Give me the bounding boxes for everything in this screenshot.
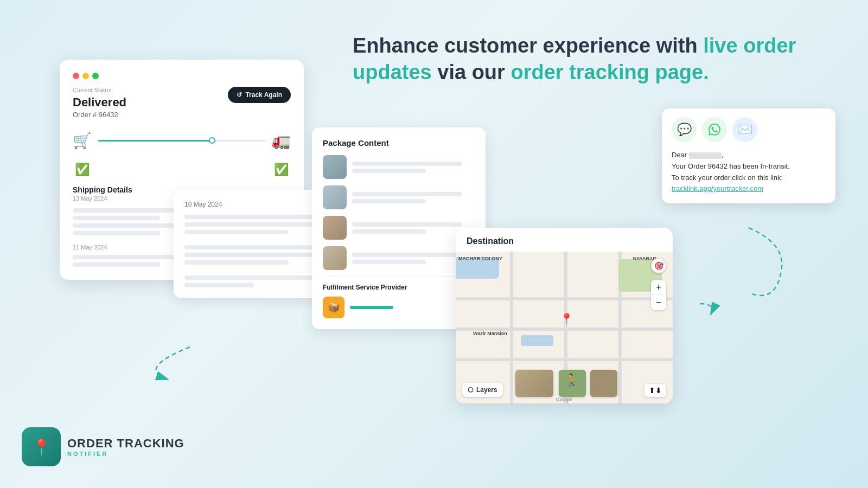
map-zoom-controls: + −: [651, 280, 666, 310]
notification-text: Dear , Your Order 96432 has been In-tran…: [672, 150, 826, 195]
location-btn[interactable]: 🎯: [651, 258, 666, 273]
close-dot: [73, 73, 79, 79]
destination-card: Destination MACHAR COLONY NAYABAD Wazir …: [456, 228, 673, 403]
shimmer-line: [73, 262, 160, 267]
map-water: [521, 335, 553, 346]
fulfillment-section: Fulfilment Service Provider 📦: [323, 277, 475, 318]
minimize-dot: [82, 73, 89, 79]
fulfillment-logo: 📦: [323, 297, 344, 318]
headline-highlight2: updates: [353, 61, 432, 84]
track-again-button[interactable]: ↺ Track Again: [228, 87, 291, 103]
item-image: [323, 216, 347, 240]
shimmer-line: [352, 260, 426, 264]
shimmer-line: [184, 283, 254, 287]
fulfillment-row: 📦: [323, 297, 475, 318]
notification-message: Your Order 96432 has been In-transit.: [672, 162, 790, 170]
expand-button[interactable]: ⬆⬇: [644, 384, 666, 397]
item-image: [323, 185, 347, 209]
whatsapp-logo: [709, 124, 720, 136]
layers-label: Layers: [476, 386, 497, 394]
map-controls: 🎯: [651, 258, 666, 273]
notification-card: 💬 ✉️ Dear , Your Order 96432 has been In…: [662, 108, 835, 203]
layers-icon: ⬡: [468, 386, 473, 394]
page-container: Enhance customer experience with live or…: [0, 0, 868, 488]
zoom-in-button[interactable]: +: [651, 280, 666, 295]
item-image: [323, 246, 347, 270]
order-status: Delivered: [73, 95, 126, 110]
headline-highlight3: order tracking page.: [510, 61, 709, 84]
order-number: Order # 96432: [73, 111, 126, 119]
fulfillment-title: Fulfilment Service Provider: [323, 284, 475, 291]
shimmer-line: [184, 260, 289, 265]
brand-text: ORDER TRACKING NOTIFIER: [67, 436, 184, 457]
order-header: Current Status Delivered Order # 96432 ↺…: [73, 87, 291, 119]
check-icon-left: ✅: [75, 163, 90, 177]
shimmer-line: [352, 169, 426, 173]
package-item: [323, 155, 475, 179]
package-item: [323, 185, 475, 209]
headline-part1: Enhance customer experience with: [353, 34, 703, 57]
progress-dot: [209, 137, 215, 144]
shimmer-line: [184, 230, 289, 234]
brand-icon-symbol: 📍: [32, 438, 51, 456]
shimmer-line: [352, 229, 426, 234]
notification-link: tracklink.app/yourtracker.com: [672, 184, 763, 192]
name-blur: [689, 152, 722, 159]
shimmer-line: [73, 216, 160, 220]
map-area: MACHAR COLONY NAYABAD Wazir Mansion 📍 🎯 …: [456, 252, 673, 403]
shimmer-line: [184, 222, 323, 227]
brand-name: ORDER TRACKING: [67, 436, 184, 451]
map-title: Destination: [456, 228, 673, 252]
shimmer-line: [352, 222, 462, 227]
google-logo: Google: [556, 397, 573, 402]
shimmer-line: [352, 162, 462, 166]
map-label-machar: MACHAR COLONY: [458, 256, 502, 261]
dear-label: Dear: [672, 151, 687, 159]
shimmer-line: [73, 231, 160, 235]
refresh-icon: ↺: [237, 91, 242, 99]
layers-button[interactable]: ⬡ Layers: [462, 383, 503, 397]
package-title: Package Content: [323, 138, 475, 147]
location-pin: 📍: [560, 312, 573, 325]
brand-logo: 📍 ORDER TRACKING NOTIFIER: [22, 427, 184, 466]
sms-icon: 💬: [672, 117, 697, 142]
map-road: [510, 252, 513, 403]
item-details: [352, 162, 475, 173]
whatsapp-icon: [702, 117, 727, 142]
notification-icons-row: 💬 ✉️: [672, 117, 826, 142]
checkmarks-row: ✅ ✅: [73, 163, 291, 177]
map-background: MACHAR COLONY NAYABAD Wazir Mansion 📍 🎯 …: [456, 252, 673, 403]
map-label-wazir: Wazir Mansion: [473, 331, 507, 336]
shimmer-line: [352, 199, 426, 203]
item-details: [352, 192, 475, 203]
current-status-label: Current Status: [73, 87, 126, 93]
progress-section: 🛒 🚛: [73, 127, 291, 154]
item-image: [323, 155, 347, 179]
track-again-label: Track Again: [245, 91, 282, 99]
brand-icon: 📍: [22, 427, 61, 466]
truck-icon: 🚛: [272, 132, 291, 150]
package-item: [323, 246, 475, 270]
progress-bar: [98, 140, 265, 142]
package-item: [323, 216, 475, 240]
thumbnail-image: [515, 370, 553, 397]
email-icon: ✉️: [732, 117, 757, 142]
order-status-section: Current Status Delivered Order # 96432: [73, 87, 126, 119]
brand-sub: NOTIFIER: [67, 451, 184, 457]
check-icon-right: ✅: [274, 163, 289, 177]
progress-fill: [98, 140, 215, 142]
shimmer-line: [352, 253, 462, 257]
fulfillment-bar: [350, 306, 393, 309]
zoom-out-button[interactable]: −: [651, 295, 666, 310]
shimmer-line: [352, 192, 462, 196]
notification-track-prompt: To track your order,click on this link:: [672, 174, 783, 182]
shimmer-line: [184, 253, 323, 257]
headline-part3: via our: [432, 61, 511, 84]
headline: Enhance customer experience with live or…: [353, 33, 819, 86]
maximize-dot: [92, 73, 99, 79]
map-thumbnail-3: [590, 370, 617, 397]
map-thumbnail: [515, 370, 553, 397]
person-marker: 🚶: [564, 373, 579, 387]
headline-highlight1: live order: [703, 34, 796, 57]
cart-icon: 🛒: [73, 132, 92, 150]
